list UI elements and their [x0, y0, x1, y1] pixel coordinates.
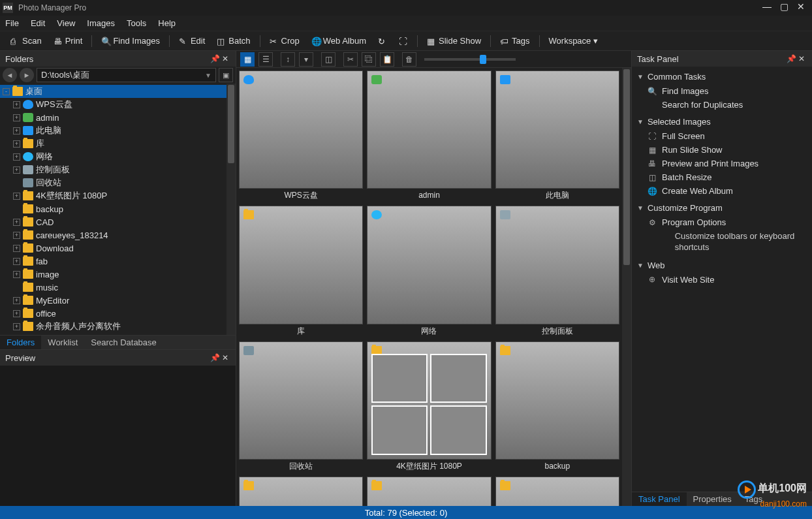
thumbnail-item[interactable]: [367, 477, 491, 506]
thumbnail-item[interactable]: [239, 477, 363, 506]
tree-node[interactable]: +WPS云盘: [0, 98, 226, 111]
expand-icon[interactable]: +: [13, 114, 20, 121]
expand-icon[interactable]: +: [13, 101, 20, 108]
expand-icon[interactable]: +: [13, 166, 20, 174]
copy-button[interactable]: ⿻: [362, 52, 376, 67]
task-group-header[interactable]: ▼Selected Images: [636, 114, 808, 129]
thumbnail-item[interactable]: WPS云盘: [239, 71, 363, 202]
thumbnail-item[interactable]: 控制面板: [495, 206, 619, 337]
tree-node[interactable]: music: [0, 281, 226, 294]
tree-node[interactable]: 回收站: [0, 176, 226, 189]
toolbar-crop-button[interactable]: ✂Crop: [266, 35, 304, 47]
thumbnail-item[interactable]: backup: [495, 341, 619, 473]
thumbnail-item[interactable]: 此电脑: [495, 71, 619, 202]
pin-icon[interactable]: 📌: [786, 54, 796, 63]
close-icon[interactable]: ✕: [796, 54, 807, 63]
tree-node[interactable]: +余舟音频人声分离软件: [0, 320, 226, 333]
zoom-thumb[interactable]: [480, 55, 486, 64]
task-item[interactable]: ⊕Visit Web Site: [636, 273, 808, 287]
tree-node[interactable]: +image: [0, 268, 226, 281]
toolbar-edit-button[interactable]: ✎Edit: [175, 35, 209, 47]
expand-icon[interactable]: -: [3, 88, 10, 95]
task-item[interactable]: ⚙Program Options: [636, 215, 808, 229]
tab-task-panel[interactable]: Task Panel: [632, 492, 687, 507]
toolbar-slide-show-button[interactable]: ▦Slide Show: [423, 35, 485, 47]
toolbar-web-album-button[interactable]: 🌐Web Album: [307, 35, 370, 47]
close-button[interactable]: ✕: [792, 2, 809, 14]
task-item[interactable]: Customize toolbars or keyboard shortcuts: [636, 229, 808, 255]
task-item[interactable]: ⛶Full Screen: [636, 129, 808, 143]
expand-icon[interactable]: +: [13, 310, 20, 317]
task-item[interactable]: 🌐Create Web Album: [636, 184, 808, 198]
close-icon[interactable]: ✕: [220, 353, 230, 362]
menu-tools[interactable]: Tools: [127, 18, 146, 28]
task-item[interactable]: Search for Duplicates: [636, 98, 808, 112]
tree-node[interactable]: +Download: [0, 242, 226, 255]
expand-icon[interactable]: +: [13, 153, 20, 161]
tree-node[interactable]: backup: [0, 202, 226, 215]
thumbnail-item[interactable]: 库: [239, 206, 363, 337]
nav-fwd-button[interactable]: ►: [20, 68, 34, 82]
thumbnail-item[interactable]: admin: [367, 71, 491, 202]
delete-button[interactable]: 🗑: [402, 52, 416, 67]
expand-icon[interactable]: +: [13, 245, 20, 252]
toolbar-batch-button[interactable]: ◫Batch: [213, 35, 254, 47]
menu-edit[interactable]: Edit: [31, 18, 45, 28]
tree-node[interactable]: +fab: [0, 255, 226, 268]
toolbar-print-button[interactable]: 🖶Print: [50, 35, 87, 47]
menu-file[interactable]: File: [5, 18, 19, 28]
sort-button[interactable]: ↕: [281, 52, 295, 67]
task-group-header[interactable]: ▼Common Tasks: [636, 69, 808, 84]
pin-icon[interactable]: 📌: [210, 54, 220, 63]
expand-icon[interactable]: +: [13, 258, 20, 265]
tab-search-database[interactable]: Search Database: [84, 336, 163, 350]
new-button[interactable]: ◫: [321, 52, 336, 67]
close-icon[interactable]: ✕: [220, 54, 230, 63]
tree-node[interactable]: +库: [0, 137, 226, 150]
paste-button[interactable]: 📋: [380, 52, 394, 67]
toolbar-scan-button[interactable]: ⎙Scan: [7, 35, 46, 47]
tree-node[interactable]: +网络: [0, 150, 226, 163]
thumbnail-item[interactable]: 回收站: [239, 341, 363, 473]
grid-scrollbar[interactable]: [622, 68, 631, 506]
tree-node[interactable]: +控制面板: [0, 163, 226, 176]
task-group-header[interactable]: ▼Web: [636, 258, 808, 273]
expand-icon[interactable]: +: [13, 297, 20, 304]
task-item[interactable]: 🖶Preview and Print Images: [636, 157, 808, 170]
expand-icon[interactable]: +: [13, 193, 20, 200]
nav-back-button[interactable]: ◄: [3, 68, 17, 82]
menu-view[interactable]: View: [57, 18, 75, 28]
zoom-slider[interactable]: [424, 58, 516, 61]
toolbar-⛶-button[interactable]: ⛶: [395, 35, 412, 47]
toolbar-↻-button[interactable]: ↻: [374, 35, 391, 47]
tree-node[interactable]: +careueyes_183214: [0, 228, 226, 242]
tree-node[interactable]: +此电脑: [0, 124, 226, 137]
chevron-down-icon[interactable]: ▼: [205, 72, 211, 79]
expand-icon[interactable]: +: [13, 140, 20, 148]
tree-node[interactable]: +4K壁纸图片 1080P: [0, 189, 226, 202]
path-go-button[interactable]: ▣: [219, 68, 233, 82]
thumbnail-grid[interactable]: WPS云盘admin此电脑库网络控制面板回收站4K壁纸图片 1080Pbacku…: [236, 68, 622, 506]
task-group-header[interactable]: ▼Customize Program: [636, 200, 808, 215]
path-input[interactable]: D:\tools\桌面 ▼: [37, 68, 216, 82]
expand-icon[interactable]: +: [13, 219, 20, 226]
cut-button[interactable]: ✂: [343, 52, 358, 67]
tab-tags[interactable]: Tags: [738, 492, 769, 507]
toolbar-workspace-▾-button[interactable]: Workspace ▾: [545, 35, 602, 47]
tab-properties[interactable]: Properties: [687, 492, 738, 507]
view-grid-button[interactable]: ▦: [240, 52, 255, 67]
pin-icon[interactable]: 📌: [210, 353, 220, 362]
toolbar-tags-button[interactable]: 🏷Tags: [496, 35, 533, 47]
maximize-button[interactable]: ▢: [775, 2, 792, 14]
tree-node[interactable]: +CAD: [0, 215, 226, 228]
task-item[interactable]: 🔍Find Images: [636, 84, 808, 98]
tree-node[interactable]: +office: [0, 307, 226, 320]
task-item[interactable]: ▦Run Slide Show: [636, 143, 808, 157]
tree-node[interactable]: -桌面: [0, 85, 226, 98]
sort-dd-button[interactable]: ▾: [299, 52, 313, 67]
thumbnail-item[interactable]: 网络: [367, 206, 491, 337]
minimize-button[interactable]: —: [758, 2, 775, 14]
tree-node[interactable]: +MyEditor: [0, 294, 226, 307]
expand-icon[interactable]: +: [13, 271, 20, 278]
tab-folders[interactable]: Folders: [0, 336, 41, 350]
